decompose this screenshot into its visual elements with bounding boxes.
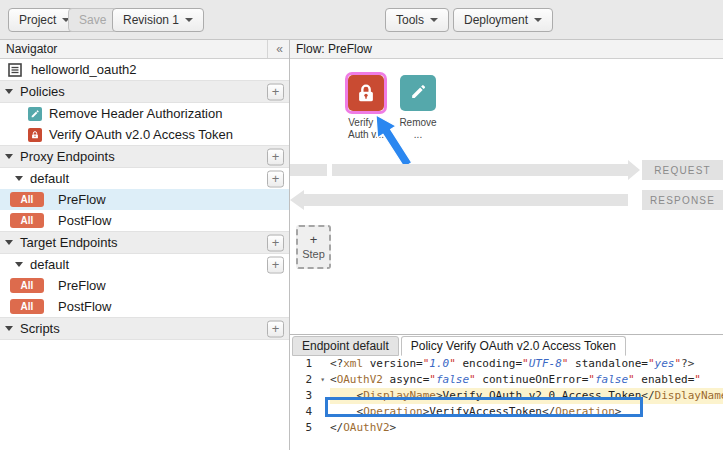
all-badge: All [10,278,44,293]
code-lines: 1<?xml version="1.0" encoding="UTF-8" st… [290,356,723,436]
nav-item-remove-header-policy[interactable]: Remove Header Authorization [0,103,289,124]
save-button-label: Save [79,13,106,27]
request-arrowhead-icon [628,160,640,180]
endpoint-default-label: default [30,171,69,186]
deployment-button-label: Deployment [464,13,528,27]
disclosure-triangle-icon [5,89,13,94]
pencil-icon [408,82,428,105]
code-line: 5</OAuthV2> [290,420,723,436]
nav-item-verify-oauth-policy[interactable]: Verify OAuth v2.0 Access Token [0,124,289,145]
request-bar-stub [290,164,327,176]
navigator-title: Navigator [6,42,57,56]
caret-down-icon [430,18,438,22]
nav-item-target-postflow[interactable]: All PostFlow [0,296,289,317]
target-endpoints-header-label: Target Endpoints [20,235,118,250]
nav-item-proxy-default[interactable]: default + [0,168,289,189]
nav-item-bundle[interactable]: helloworld_oauth2 [0,59,289,80]
add-flow-button[interactable]: + [267,256,284,273]
request-label: REQUEST [642,160,723,180]
editor-tab-bar: Endpoint default Policy Verify OAuth v2.… [290,335,723,356]
caret-down-icon [534,18,542,22]
policy-node-verify-oauth[interactable] [345,72,387,114]
top-toolbar: Project Save Revision 1 Tools Deployment [0,0,723,40]
response-bar [304,194,628,206]
endpoint-default-label: default [30,257,69,272]
plus-icon: + [310,234,318,246]
line-number: 2▾ [290,372,330,388]
revision-button[interactable]: Revision 1 [112,8,204,32]
disclosure-triangle-icon [15,176,23,181]
deployment-button[interactable]: Deployment [453,8,553,32]
nav-section-proxy-endpoints[interactable]: Proxy Endpoints + [0,145,289,168]
code-line: 1<?xml version="1.0" encoding="UTF-8" st… [290,356,723,372]
flow-canvas: Verify O Auth v... Remove ... REQUEST [290,59,723,335]
editor-panel: Endpoint default Policy Verify OAuth v2.… [290,335,723,450]
tab-endpoint-default[interactable]: Endpoint default [292,336,399,356]
nav-section-scripts[interactable]: Scripts + [0,317,289,340]
nav-section-policies[interactable]: Policies + [0,80,289,103]
add-flow-button[interactable]: + [267,170,284,187]
nav-section-target-endpoints[interactable]: Target Endpoints + [0,231,289,254]
tools-button-label: Tools [396,13,424,27]
code-line: 3 <DisplayName>Verify OAuth v2.0 Access … [290,388,723,404]
caret-down-icon [185,18,193,22]
bundle-label: helloworld_oauth2 [31,62,137,77]
fold-toggle-icon[interactable]: ▾ [320,372,325,388]
response-arrowhead-icon [290,190,304,210]
policy-item-label: Verify OAuth v2.0 Access Token [49,127,233,142]
revision-button-label: Revision 1 [123,13,179,27]
tools-button[interactable]: Tools [385,8,449,32]
code-line: 4 <Operation>VerifyAccessToken</Operatio… [290,404,723,420]
flow-label: PostFlow [58,213,111,228]
proxy-endpoints-header-label: Proxy Endpoints [20,149,115,164]
project-button-label: Project [19,13,56,27]
flow-title: Flow: PreFlow [296,42,372,56]
add-step-label: Step [302,248,325,260]
navigator-header: Navigator « [0,40,289,59]
flow-panel-header: Flow: PreFlow [290,40,723,59]
nav-item-proxy-postflow[interactable]: All PostFlow [0,210,289,231]
annotation-arrow-icon [368,111,413,169]
scripts-header-label: Scripts [20,321,60,336]
policy-node-remove-header[interactable] [400,75,436,111]
disclosure-triangle-icon [5,326,13,331]
policy-item-label: Remove Header Authorization [49,106,222,121]
add-proxy-endpoint-button[interactable]: + [267,148,284,165]
disclosure-triangle-icon [5,154,13,159]
disclosure-triangle-icon [5,240,13,245]
save-button[interactable]: Save [68,8,117,32]
all-badge: All [10,299,44,314]
nav-item-proxy-preflow[interactable]: All PreFlow [0,189,289,210]
bundle-list-icon [8,63,22,77]
nav-item-target-default[interactable]: default + [0,254,289,275]
nav-item-target-preflow[interactable]: All PreFlow [0,275,289,296]
flow-label: PreFlow [58,278,106,293]
response-label: RESPONSE [642,190,723,210]
line-number: 1 [290,356,330,372]
lock-icon [348,75,384,111]
add-script-button[interactable]: + [267,320,284,337]
line-number: 3 [290,388,330,404]
add-step-button[interactable]: + Step [296,225,331,269]
add-policy-button[interactable]: + [267,83,284,100]
flow-label: PreFlow [58,192,106,207]
pencil-icon [28,107,42,121]
collapse-panel-icon[interactable]: « [267,40,283,58]
disclosure-triangle-icon [15,262,23,267]
all-badge: All [10,192,44,207]
tab-policy-verify-oauth[interactable]: Policy Verify OAuth v2.0 Access Token [401,336,626,356]
flow-label: PostFlow [58,299,111,314]
add-target-endpoint-button[interactable]: + [267,234,284,251]
line-number: 5 [290,420,330,436]
all-badge: All [10,213,44,228]
navigator-panel: Navigator « helloworld_oauth2 Policies +… [0,40,290,450]
line-number: 4 [290,404,330,420]
code-editor[interactable]: 1<?xml version="1.0" encoding="UTF-8" st… [290,356,723,450]
policies-header-label: Policies [20,84,65,99]
lock-icon [28,128,42,142]
request-bar [332,164,628,176]
code-line: 2▾<OAuthV2 async="false" continueOnError… [290,372,723,388]
